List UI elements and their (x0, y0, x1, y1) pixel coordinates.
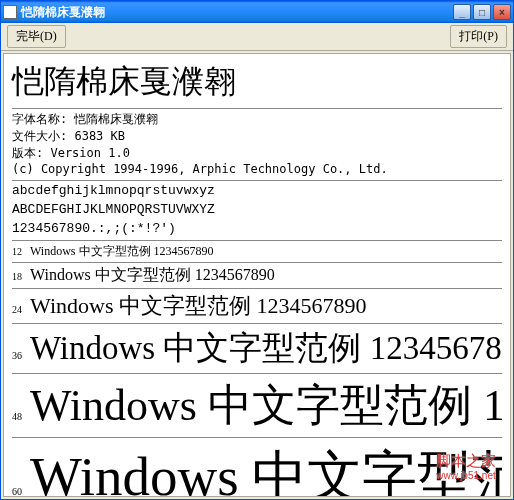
size-label: 60 (12, 486, 30, 497)
maximize-button[interactable]: □ (473, 4, 491, 20)
close-button[interactable]: × (493, 4, 511, 20)
print-button[interactable]: 打印(P) (450, 25, 507, 48)
ascii-upper: ABCDEFGHIJKLMNOPQRSTUVWXYZ (12, 202, 502, 219)
preview-container: 12Windows 中文字型范例 123456789018Windows 中文字… (12, 243, 502, 497)
content-area: 恺隋棉床戛濮翱 字体名称: 恺隋棉床戛濮翱 文件大小: 6383 KB 版本: … (3, 53, 511, 497)
preview-row-24: 24Windows 中文字型范例 1234567890 (12, 291, 502, 321)
size-label: 36 (12, 350, 30, 361)
font-title: 恺隋棉床戛濮翱 (12, 60, 502, 104)
divider (12, 108, 502, 109)
version-info: 版本: Version 1.0 (12, 145, 502, 162)
divider (12, 240, 502, 241)
preview-row-60: 60Windows 中文字型范例 1234567890 (12, 440, 502, 497)
preview-row-36: 36Windows 中文字型范例 1234567890 (12, 326, 502, 371)
preview-row-48: 48Windows 中文字型范例 1234567890 (12, 376, 502, 435)
watermark-text: 脚本之家 (436, 452, 496, 470)
preview-row-12: 12Windows 中文字型范例 1234567890 (12, 243, 502, 260)
divider (12, 288, 502, 289)
preview-text: Windows 中文字型范例 1234567890 (30, 265, 275, 286)
toolbar: 完毕(D) 打印(P) (1, 23, 513, 51)
ascii-lower: abcdefghijklmnopqrstuvwxyz (12, 183, 502, 200)
size-label: 48 (12, 411, 30, 422)
titlebar[interactable]: 恺隋棉床戛濮翱 _ □ × (1, 1, 513, 23)
size-label: 12 (12, 246, 30, 257)
preview-row-18: 18Windows 中文字型范例 1234567890 (12, 265, 502, 286)
divider (12, 323, 502, 324)
ascii-digits: 1234567890.:,;(:*!?') (12, 221, 502, 238)
window-title: 恺隋棉床戛濮翱 (21, 4, 453, 21)
preview-text: Windows 中文字型范例 1234567890 (30, 440, 502, 497)
divider (12, 373, 502, 374)
file-size-info: 文件大小: 6383 KB (12, 128, 502, 145)
watermark: 脚本之家 www.jb51.net (436, 452, 496, 482)
preview-text: Windows 中文字型范例 1234567890 (30, 376, 502, 435)
divider (12, 262, 502, 263)
preview-text: Windows 中文字型范例 1234567890 (30, 326, 502, 371)
font-name-info: 字体名称: 恺隋棉床戛濮翱 (12, 111, 502, 128)
size-label: 24 (12, 304, 30, 315)
copyright-info: (c) Copyright 1994-1996, Arphic Technolo… (12, 161, 502, 178)
done-button[interactable]: 完毕(D) (7, 25, 66, 48)
divider (12, 180, 502, 181)
window-controls: _ □ × (453, 4, 511, 20)
app-icon (3, 5, 17, 19)
size-label: 18 (12, 271, 30, 282)
watermark-url: www.jb51.net (436, 470, 496, 482)
minimize-button[interactable]: _ (453, 4, 471, 20)
font-viewer-window: 恺隋棉床戛濮翱 _ □ × 完毕(D) 打印(P) 恺隋棉床戛濮翱 字体名称: … (0, 0, 514, 500)
divider (12, 437, 502, 438)
preview-text: Windows 中文字型范例 1234567890 (30, 243, 214, 260)
preview-text: Windows 中文字型范例 1234567890 (30, 291, 366, 321)
